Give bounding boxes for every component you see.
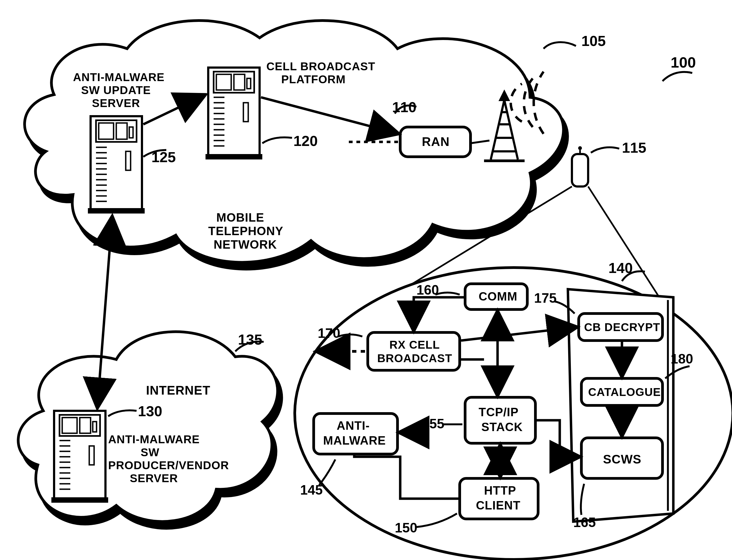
ref-145: 145 [300,482,322,498]
http-client-label-1: HTTP [484,484,516,497]
comm-label: COMM [479,290,517,303]
ref-125: 125 [151,149,176,165]
ref-155: 155 [422,416,444,431]
svg-rect-21 [216,74,231,90]
ref-130: 130 [138,403,162,419]
rx-cell-box [368,332,460,370]
update-server-label-3: SERVER [92,97,140,109]
vendor-label-3: PRODUCER/VENDOR [108,459,229,472]
mobile-device-icon [572,146,588,186]
svg-rect-1 [88,208,145,214]
ran-label: RAN [422,135,450,149]
ref-120: 120 [293,133,318,149]
ref-115: 115 [622,139,646,156]
update-server [88,116,145,214]
ref-175: 175 [534,291,557,306]
update-server-label-1: ANTI-MALWARE [73,71,165,84]
svg-rect-34 [243,103,248,122]
ref-110: 110 [392,99,417,115]
catalogue-label: CATALOGUE [588,386,661,398]
ref-165: 165 [573,515,596,530]
internet-label: INTERNET [146,383,210,397]
rx-cell-label-1: RX CELL [390,338,440,351]
svg-rect-3 [99,123,114,139]
svg-rect-59 [89,446,94,465]
svg-rect-60 [572,154,588,186]
svg-rect-17 [126,151,131,170]
svg-rect-44 [51,497,108,503]
vendor-label-2: SW [141,446,159,459]
leader-115 [591,147,619,153]
svg-point-62 [578,146,582,150]
mobile-net-label-2: TELEPHONY [208,224,283,238]
diagram-root: MOBILE TELEPHONY NETWORK 105 ANTI-MALWAR… [0,0,732,560]
svg-rect-46 [62,418,77,433]
ref-160: 160 [417,282,439,298]
ran-box: RAN [400,127,471,157]
rx-cell-label-2: BROADCAST [377,352,452,365]
cb-platform-label-1: CELL BROADCAST [266,60,375,73]
svg-rect-48 [93,422,96,432]
vendor-server [51,411,108,503]
tcpip-label-1: TCP/IP [479,405,519,419]
ref-100: 100 [671,54,696,71]
leader-105 [544,42,576,49]
svg-rect-47 [80,418,91,433]
svg-rect-23 [247,78,251,89]
ref-180: 180 [671,351,693,366]
vendor-label-4: SERVER [130,472,178,485]
ref-105: 105 [581,33,606,49]
scws-label: SCWS [603,452,641,466]
ref-140: 140 [608,260,633,276]
ref-135: 135 [238,331,262,348]
svg-rect-19 [205,154,262,159]
svg-rect-22 [234,74,245,90]
http-client-label-2: CLIENT [476,499,521,512]
cb-platform-server [205,68,262,159]
svg-rect-4 [116,123,127,139]
leader-100 [663,72,692,81]
vendor-label-1: ANTI-MALWARE [108,433,200,446]
ref-150: 150 [395,520,417,535]
cb-decrypt-label: CB DECRYPT [584,321,660,334]
anti-malware-label-2: MALWARE [323,434,386,447]
ref-170: 170 [318,326,340,341]
svg-rect-5 [129,127,133,138]
mobile-net-label-1: MOBILE [216,211,264,224]
mobile-net-label-3: NETWORK [214,238,277,251]
cb-platform-label-2: PLATFORM [281,73,345,86]
tcpip-label-2: STACK [481,420,523,434]
update-server-label-2: SW UPDATE [81,84,151,96]
anti-malware-label-1: ANTI- [337,419,370,432]
